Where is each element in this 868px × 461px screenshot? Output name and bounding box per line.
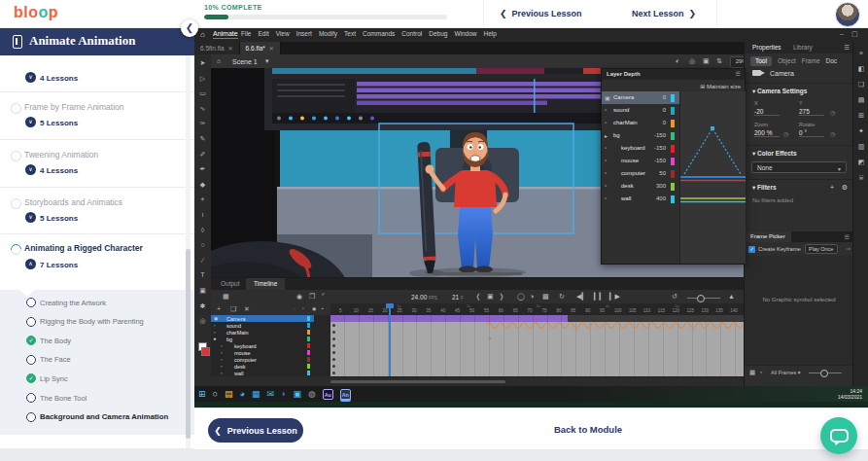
layer-depth-value[interactable]: 0	[663, 107, 666, 113]
filters-header[interactable]: ▾ Filters	[752, 184, 777, 192]
camera-settings-header[interactable]: ▾ Camera Settings	[752, 88, 807, 95]
layer-depth-row-Camera[interactable]: ▣Camera0	[602, 91, 679, 104]
search-taskbar-icon[interactable]: ○	[213, 387, 218, 401]
minimize-icon[interactable]: –	[840, 30, 844, 37]
pause-icon[interactable]: ▎▎	[594, 293, 605, 301]
timeline-layer-desk[interactable]: ▫desk	[211, 363, 314, 370]
menu-insert[interactable]: Insert	[296, 30, 312, 37]
list-view-icon[interactable]: ▪	[760, 369, 762, 375]
mode-object[interactable]: Object	[778, 57, 796, 64]
steam-taskbar-icon[interactable]: ◍	[308, 387, 316, 401]
tab-timeline[interactable]: Timeline	[246, 278, 285, 290]
start-taskbar-icon[interactable]: ⊞	[198, 387, 206, 401]
layer-depth-row-computer[interactable]: ▫computer50	[602, 167, 679, 180]
onion-outline-icon[interactable]: ◑	[530, 293, 534, 300]
previous-lesson-button[interactable]: ❮ Previous Lesson	[208, 418, 303, 443]
play-mode-select[interactable]: Play Once ▾	[805, 244, 838, 254]
animate-taskbar-icon[interactable]: An	[340, 389, 351, 400]
y-value-field[interactable]: 275	[799, 108, 824, 116]
sublesson-5-label[interactable]: The Bone Tool	[40, 394, 87, 403]
chevron-down-icon[interactable]: ▾	[265, 57, 269, 65]
panel-dock-icon-4[interactable]: ⊞	[853, 112, 868, 120]
bloop-logo[interactable]: bloop	[14, 4, 58, 21]
expand-arrow-icon[interactable]: ▾	[214, 337, 216, 341]
x-value-field[interactable]: -20	[754, 108, 780, 116]
maximize-icon[interactable]: ▢	[851, 30, 858, 38]
layer-depth-row-bg[interactable]: ▸bg-150	[602, 129, 679, 142]
timeline-track-wall[interactable]	[330, 370, 744, 377]
panel-dock-icon-1[interactable]: ◧	[853, 65, 868, 73]
layer-depth-value[interactable]: 50	[659, 170, 666, 176]
bone-tool-icon[interactable]: ≀	[194, 211, 211, 219]
free-transform-tool-icon[interactable]: ▭	[194, 89, 211, 97]
previous-lesson-nav[interactable]: ❮ Previous Lesson	[500, 0, 582, 27]
layer-depth-value[interactable]: -150	[654, 132, 666, 138]
grid-view-icon[interactable]: ▦	[749, 369, 755, 376]
photos-taskbar-icon[interactable]: ▣	[293, 387, 301, 401]
line-tool-icon[interactable]: ∕	[194, 257, 211, 264]
scene-label[interactable]: Scene 1	[232, 58, 258, 65]
color-effect-select[interactable]: None▾	[751, 161, 847, 173]
paint-bucket-tool-icon[interactable]: ◊	[194, 227, 211, 233]
panel-dock-icon-3[interactable]: ▤	[853, 96, 868, 104]
frame-filter-select[interactable]: All Frames ▾	[771, 370, 801, 375]
layer-depth-row-mouse[interactable]: ▫mouse-150	[602, 155, 679, 167]
sublesson-3-label[interactable]: The Face	[40, 355, 71, 364]
edit-multiple-frames-icon[interactable]: ▩	[542, 293, 549, 301]
sidebar-collapse-button[interactable]: ❮	[181, 19, 198, 37]
camera-column-icon[interactable]: ▫	[302, 305, 304, 311]
timeline-layer-Camera[interactable]: ▣Camera	[211, 315, 314, 322]
panel-dock-icon-7[interactable]: ◩	[853, 159, 868, 166]
timeline-layer-charMain[interactable]: ▫charMain	[211, 329, 314, 336]
scene-home-icon[interactable]: ⌂	[217, 57, 221, 64]
taskbar-clock[interactable]: 14:24 14/03/2021	[838, 388, 862, 400]
edit-scene-icon[interactable]: ◎	[689, 57, 695, 65]
text-tool-icon[interactable]: T	[194, 271, 211, 278]
layer-depth-value[interactable]: 0	[663, 94, 666, 100]
timeline-layer-keyboard[interactable]: ▫keyboard	[211, 342, 314, 349]
create-keyframe-checkbox[interactable]: ✓	[748, 246, 755, 253]
color-effects-header[interactable]: ▾ Color Effects	[752, 150, 797, 158]
menu-commands[interactable]: Commands	[363, 30, 395, 37]
frame-picker-tab[interactable]: Frame Picker	[745, 231, 791, 242]
add-camera-icon[interactable]: ◉	[296, 293, 302, 301]
menu-window[interactable]: Window	[454, 30, 476, 37]
link-icon[interactable]: ⇒	[846, 245, 851, 252]
layer-depth-header[interactable]: Layer Depth ☰	[602, 69, 745, 80]
sublesson-2-label[interactable]: The Body	[40, 337, 71, 345]
delete-layer-icon[interactable]: ✕	[244, 305, 250, 313]
depth-graph[interactable]	[679, 91, 746, 264]
tab-properties[interactable]: Properties	[752, 44, 781, 51]
module-1-toggle[interactable]: ∨	[25, 117, 36, 127]
menu-edit[interactable]: Edit	[258, 30, 268, 37]
maintain-size-checkbox[interactable]: ⊞ Maintain size	[700, 83, 741, 89]
sublesson-1-label[interactable]: Rigging the Body with Parenting	[40, 317, 144, 326]
next-lesson-nav[interactable]: Next Lesson ❯	[632, 0, 696, 27]
add-filter-icon[interactable]: +	[830, 184, 834, 191]
step-forward-icon[interactable]: ❭	[499, 293, 504, 301]
thumbnail-size-knob[interactable]	[820, 370, 828, 377]
rotate-value-field[interactable]: 0 °	[799, 129, 824, 137]
new-layer-icon[interactable]: +	[217, 305, 221, 312]
sublesson-6-label[interactable]: Background and Camera Animation	[40, 412, 168, 421]
close-icon[interactable]: ✕	[228, 45, 233, 52]
frame-picker-header[interactable]: Frame Picker ☰	[745, 231, 853, 242]
stop-icon[interactable]: ▣	[487, 293, 494, 301]
visibility-column-icon[interactable]: ◉	[312, 305, 316, 311]
reset-timeline-zoom-icon[interactable]: ↺	[672, 293, 677, 301]
module-3-title[interactable]: Storyboards and Animatics	[24, 197, 122, 207]
module-1-title[interactable]: Frame by Frame Animation	[24, 102, 124, 112]
menu-modify[interactable]: Modify	[319, 30, 337, 37]
current-frame-display[interactable]: 21 F	[452, 294, 464, 301]
onion-skin-icon[interactable]: ◯	[517, 293, 525, 301]
mode-tool[interactable]: Tool	[750, 56, 772, 66]
oval-tool-icon[interactable]: ○	[194, 241, 211, 248]
mail-taskbar-icon[interactable]: ✉	[266, 387, 274, 401]
mode-doc[interactable]: Doc	[826, 57, 838, 64]
menu-debug[interactable]: Debug	[429, 30, 447, 37]
tab-output[interactable]: Output	[213, 278, 248, 290]
layer-depth-value[interactable]: -150	[654, 145, 666, 151]
pen-tool-icon[interactable]: ✒	[194, 165, 211, 173]
new-folder-icon[interactable]: ❑	[230, 305, 236, 313]
back-to-module-link[interactable]: Back to Module	[544, 424, 632, 435]
